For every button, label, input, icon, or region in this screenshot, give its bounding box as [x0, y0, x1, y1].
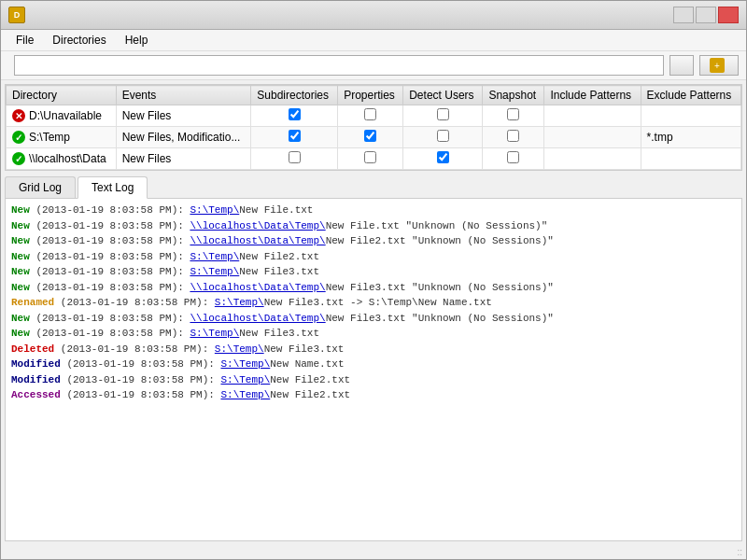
minimize-button[interactable] — [673, 7, 694, 23]
events-cell: New Files — [116, 148, 251, 170]
log-prefix: Modified — [11, 374, 66, 385]
menu-file[interactable]: File — [8, 32, 41, 49]
tab-grid-log[interactable]: Grid Log — [5, 176, 76, 198]
add-button[interactable]: + — [699, 55, 739, 76]
detect_users-checkbox[interactable] — [437, 151, 449, 163]
subdirectories-cell — [251, 105, 338, 127]
log-time: (2013-01-19 8:03:58 PM): — [61, 343, 215, 355]
log-area[interactable]: New (2013-01-19 8:03:58 PM): S:\Temp\New… — [5, 199, 742, 541]
quick-add-input[interactable] — [14, 55, 664, 76]
log-rest: New File2.txt — [239, 251, 319, 262]
log-rest: New File.txt — [239, 204, 313, 216]
main-content: Directory Events Subdirectories Properti… — [1, 80, 746, 545]
log-prefix: Modified — [11, 358, 66, 370]
log-rest: New File3.txt — [264, 343, 345, 355]
resize-handle[interactable]: :: — [1, 545, 746, 559]
log-link[interactable]: \\localhost\Data\Temp\ — [190, 282, 325, 293]
log-link[interactable]: S:\Temp\ — [220, 389, 270, 400]
log-link[interactable]: S:\Temp\ — [215, 297, 264, 308]
exclude-patterns-cell — [641, 148, 740, 170]
log-rest: New File2.txt — [270, 389, 350, 400]
log-link[interactable]: S:\Temp\ — [220, 358, 270, 370]
log-link[interactable]: S:\Temp\ — [190, 266, 239, 277]
col-header-detect-users: Detect Users — [403, 86, 483, 105]
log-prefix: New — [11, 328, 35, 339]
log-prefix: New — [11, 313, 35, 324]
log-time: (2013-01-19 8:03:58 PM): — [35, 220, 190, 231]
include-patterns-cell — [544, 105, 641, 127]
log-prefix: New — [11, 251, 35, 262]
log-line: Deleted (2013-01-19 8:03:58 PM): S:\Temp… — [11, 342, 736, 357]
log-link[interactable]: \\localhost\Data\Temp\ — [190, 235, 325, 246]
log-link[interactable]: S:\Temp\ — [190, 204, 239, 216]
add-icon: + — [710, 58, 725, 73]
log-line: Accessed (2013-01-19 8:03:58 PM): S:\Tem… — [11, 387, 736, 403]
log-time: (2013-01-19 8:03:58 PM): — [66, 389, 220, 400]
log-time: (2013-01-19 8:03:58 PM): — [35, 282, 190, 293]
maximize-button[interactable] — [696, 7, 716, 23]
log-link[interactable]: S:\Temp\ — [190, 328, 239, 339]
subdirectories-checkbox[interactable] — [289, 130, 301, 142]
log-link[interactable]: S:\Temp\ — [215, 343, 264, 355]
ok-icon: ✓ — [12, 152, 25, 165]
col-header-include-patterns: Include Patterns — [544, 86, 641, 105]
error-icon: ✕ — [12, 109, 25, 122]
log-rest: New File3.txt "Unknown (No Sessions)" — [326, 282, 554, 293]
log-link[interactable]: S:\Temp\ — [190, 251, 239, 262]
snapshot-cell — [483, 148, 544, 170]
menu-help[interactable]: Help — [118, 32, 156, 49]
tabs-area: Grid Log Text Log New (2013-01-19 8:03:5… — [5, 176, 742, 541]
log-rest: New Name.txt — [270, 358, 344, 370]
col-header-directory: Directory — [7, 86, 117, 105]
log-rest: New File.txt "Unknown (No Sessions)" — [326, 220, 548, 231]
table-row: ✕D:\UnavailableNew Files — [7, 105, 741, 127]
snapshot-checkbox[interactable] — [507, 108, 519, 120]
app-icon: D — [8, 7, 25, 23]
log-rest: New File2.txt — [270, 374, 350, 385]
snapshot-checkbox[interactable] — [507, 130, 519, 142]
title-bar-left: D — [8, 7, 25, 23]
detect_users-checkbox[interactable] — [437, 130, 449, 142]
log-line: New (2013-01-19 8:03:58 PM): \\localhost… — [11, 311, 736, 327]
log-line: New (2013-01-19 8:03:58 PM): \\localhost… — [11, 280, 736, 296]
exclude-patterns-cell — [641, 105, 740, 127]
properties-cell — [338, 105, 403, 127]
log-time: (2013-01-19 8:03:58 PM): — [61, 297, 215, 308]
col-header-exclude-patterns: Exclude Patterns — [641, 86, 740, 105]
detect_users-cell — [403, 148, 483, 170]
subdirectories-cell — [251, 148, 338, 170]
col-header-properties: Properties — [338, 86, 403, 105]
log-prefix: New — [11, 266, 35, 277]
log-time: (2013-01-19 8:03:58 PM): — [66, 358, 220, 370]
exclude-patterns-cell: *.tmp — [641, 127, 740, 148]
events-cell: New Files, Modificatio... — [116, 127, 251, 148]
log-rest: New File3.txt "Unknown (No Sessions)" — [326, 313, 554, 324]
tab-text-log[interactable]: Text Log — [78, 176, 148, 199]
log-line: Modified (2013-01-19 8:03:58 PM): S:\Tem… — [11, 372, 736, 388]
ok-icon: ✓ — [12, 131, 25, 144]
close-button[interactable] — [718, 7, 739, 23]
events-cell: New Files — [116, 105, 251, 127]
dir-cell: ✓S:\Temp — [7, 127, 117, 148]
log-link[interactable]: \\localhost\Data\Temp\ — [190, 220, 325, 231]
log-time: (2013-01-19 8:03:58 PM): — [35, 204, 190, 216]
detect_users-cell — [403, 127, 483, 148]
properties-checkbox[interactable] — [364, 151, 376, 163]
toolbar: + — [1, 51, 746, 80]
dir-cell: ✕D:\Unavailable — [7, 105, 117, 127]
snapshot-checkbox[interactable] — [507, 151, 519, 163]
detect_users-checkbox[interactable] — [437, 108, 449, 120]
window-controls — [673, 7, 739, 23]
properties-checkbox[interactable] — [364, 108, 376, 120]
log-rest: New File2.txt "Unknown (No Sessions)" — [326, 235, 554, 246]
table-row: ✓\\localhost\DataNew Files — [7, 148, 741, 170]
snapshot-cell — [483, 105, 544, 127]
log-link[interactable]: \\localhost\Data\Temp\ — [190, 313, 325, 324]
subdirectories-checkbox[interactable] — [289, 151, 301, 163]
log-line: Renamed (2013-01-19 8:03:58 PM): S:\Temp… — [11, 295, 736, 311]
menu-directories[interactable]: Directories — [45, 32, 113, 49]
browse-button[interactable] — [669, 55, 694, 76]
subdirectories-checkbox[interactable] — [289, 108, 301, 120]
properties-checkbox[interactable] — [364, 130, 376, 142]
log-link[interactable]: S:\Temp\ — [220, 374, 270, 385]
